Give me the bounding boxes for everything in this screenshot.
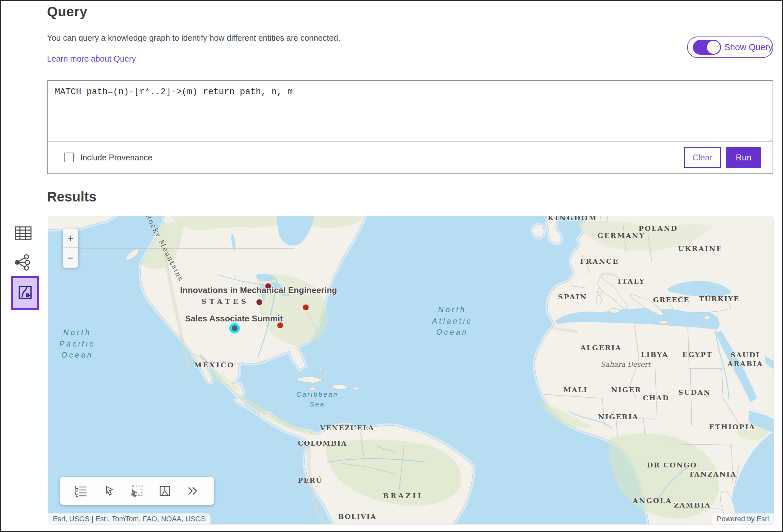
query-editor-panel: MATCH path=(n)-[r*..2]->(m) return path,…	[47, 80, 773, 174]
zoom-in-button[interactable]: +	[63, 229, 78, 248]
map-place-label: ETHIOPIA	[709, 423, 756, 431]
run-button[interactable]: Run	[726, 147, 761, 168]
map-place-label: MÉXICO	[194, 361, 234, 369]
select-features-icon[interactable]	[128, 482, 146, 500]
map-place-label: KINGDOM	[548, 216, 598, 222]
graph-view-button[interactable]	[13, 254, 32, 272]
map-place-label: ALGERIA	[581, 343, 622, 352]
include-provenance-checkbox[interactable]	[64, 153, 74, 162]
map-place-label: ZAMBIA	[674, 501, 711, 509]
map-view-button-selected[interactable]	[11, 276, 39, 310]
map-place-label: TÜRKIYE	[699, 295, 739, 303]
map-toolbar	[60, 477, 214, 505]
map-zoom-control: + −	[63, 229, 78, 268]
include-provenance-label: Include Provenance	[80, 153, 152, 162]
table-view-button[interactable]	[14, 225, 33, 242]
learn-more-link[interactable]: Learn more about Query	[47, 54, 136, 64]
expand-chevrons-icon[interactable]	[184, 482, 202, 500]
map-place-label: North Pacific Ocean	[59, 327, 95, 361]
show-query-toggle[interactable]: Show Query	[687, 36, 773, 58]
map-event-label: Innovations in Mechanical Engineering	[180, 285, 337, 295]
map-icon	[18, 285, 33, 301]
map-place-label: Rocky Mountains	[144, 216, 185, 283]
page-description: You can query a knowledge graph to ident…	[47, 33, 340, 43]
toggle-switch-icon[interactable]	[693, 40, 721, 55]
map-place-label: ITALY	[618, 277, 645, 286]
map-place-label: LIBYA	[641, 351, 668, 359]
map-place-label: COLOMBIA	[298, 439, 347, 447]
map-place-label: GERMANY	[597, 231, 645, 240]
results-map[interactable]: KINGDOMPOLANDGERMANYUKRAINEFRANCEITALYSP…	[48, 216, 774, 525]
map-place-label: ANGOLA	[633, 496, 672, 505]
map-place-label: POLAND	[638, 224, 678, 233]
map-place-label: BOLIVIA	[338, 512, 376, 521]
map-event-label: Sales Associate Summit	[185, 313, 283, 323]
map-place-label: EGYPT	[682, 351, 713, 359]
map-place-label: North Atlantic Ocean	[432, 304, 472, 338]
map-place-label: NIGERIA	[598, 413, 638, 421]
map-place-label: PERÚ	[298, 476, 323, 485]
powered-by-esri: Powered by Esri	[712, 513, 774, 524]
map-place-label: SPAIN	[558, 292, 587, 301]
table-icon	[14, 237, 32, 241]
select-extent-icon[interactable]	[156, 482, 174, 500]
map-place-label: SUDAN	[678, 388, 711, 397]
map-attribution: Esri, USGS | Esri, TomTom, FAO, NOAA, US…	[48, 513, 211, 524]
map-place-label: Sahara Desert	[601, 361, 651, 368]
map-place-label: CHAD	[643, 394, 669, 402]
page-title: Query	[47, 4, 88, 20]
clear-button[interactable]: Clear	[684, 147, 721, 168]
query-actions-bar: Include Provenance Clear Run	[48, 141, 773, 173]
map-place-label: STATES	[201, 297, 249, 306]
show-query-label: Show Query	[724, 42, 773, 53]
map-place-label: NIGER	[611, 386, 641, 394]
map-marker[interactable]	[256, 299, 262, 305]
legend-list-icon[interactable]	[72, 482, 90, 500]
query-page: Query You can query a knowledge graph to…	[0, 0, 783, 532]
map-marker-selected[interactable]	[232, 325, 238, 331]
map-place-label: TANZANIA	[689, 470, 737, 478]
zoom-out-button[interactable]: −	[63, 248, 78, 268]
map-place-label: DR CONGO	[647, 461, 697, 469]
map-place-label: MALI	[563, 386, 588, 394]
map-place-label: GREECE	[653, 296, 689, 304]
network-icon	[14, 267, 31, 272]
map-place-label: VENEZUELA	[320, 424, 374, 432]
pointer-icon[interactable]	[100, 482, 119, 500]
map-marker[interactable]	[303, 304, 309, 310]
map-place-label: Caribbean Sea	[296, 390, 338, 409]
map-place-label: SAUDI ARABIA	[727, 351, 763, 368]
query-input[interactable]: MATCH path=(n)-[r*..2]->(m) return path,…	[48, 81, 773, 141]
map-place-label: BRAZIL	[383, 492, 425, 500]
map-place-label: UKRAINE	[678, 244, 722, 253]
map-place-label: FRANCE	[580, 257, 619, 266]
results-title: Results	[47, 189, 97, 205]
